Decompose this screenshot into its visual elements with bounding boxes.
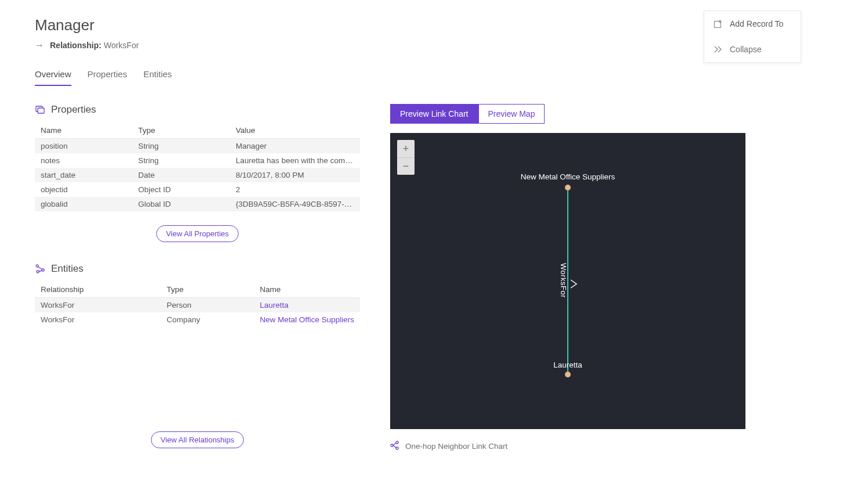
table-row: globalid Global ID {3DB9A59C-B5FA-49CB-8… [35,197,360,211]
zoom-out-button[interactable]: − [397,157,415,175]
svg-rect-1 [38,108,44,113]
view-all-properties-button[interactable]: View All Properties [156,225,239,242]
preview-map-tab[interactable]: Preview Map [478,104,545,124]
svg-point-5 [391,444,393,447]
entities-table: Relationship Type Name WorksFor Person L… [35,282,360,327]
chart-footer-text: One-hop Neighbor Link Chart [405,442,507,451]
entity-link-company[interactable]: New Metal Office Suppliers [254,312,360,327]
page-title: Manager [35,16,808,34]
col-value: Value [230,123,360,139]
col-rel: Relationship [35,282,161,298]
preview-link-chart-tab[interactable]: Preview Link Chart [390,104,478,124]
breadcrumb-label: Relationship: [50,41,102,50]
svg-point-6 [396,441,398,444]
edge-label: WorksFor [559,263,568,298]
nav-tabs: Overview Properties Entities [35,66,808,87]
table-row: notes String Lauretta has been with the … [35,153,360,168]
link-chart-canvas[interactable]: + − New Metal Office Suppliers WorksFor … [390,133,745,429]
col-name: Name [35,123,132,139]
view-all-relationships-button[interactable]: View All Relationships [151,431,244,448]
zoom-controls: + − [397,140,415,175]
col-name: Name [254,282,360,298]
table-row: WorksFor Company New Metal Office Suppli… [35,312,360,327]
col-type: Type [161,282,254,298]
action-menu: Add Record To Collapse [704,10,801,63]
relationship-arrow-icon: → [35,40,44,51]
breadcrumb-value: WorksFor [104,41,139,50]
tab-entities[interactable]: Entities [143,66,172,86]
svg-point-4 [37,271,39,273]
link-chart-icon [390,441,399,452]
table-row: position String Manager [35,139,360,154]
tab-overview[interactable]: Overview [35,66,71,86]
edge-arrow-icon [570,279,578,291]
properties-icon [35,105,45,115]
node-label-bottom: Lauretta [553,361,582,369]
table-row: start_date Date 8/10/2017, 8:00 PM [35,168,360,182]
menu-add-label: Add Record To [730,19,783,28]
entity-link-lauretta[interactable]: Lauretta [254,298,360,313]
menu-add-record-to[interactable]: Add Record To [704,11,801,37]
table-row: WorksFor Person Lauretta [35,298,360,313]
breadcrumb: → Relationship: WorksFor [35,40,808,51]
collapse-icon [714,45,723,54]
svg-point-2 [36,265,38,267]
preview-tabs: Preview Link Chart Preview Map [390,104,545,124]
svg-point-7 [396,447,398,449]
menu-collapse-label: Collapse [730,45,761,54]
zoom-in-button[interactable]: + [397,140,415,157]
entities-heading: Entities [51,263,84,275]
node-label-top: New Metal Office Suppliers [521,172,615,181]
tab-properties[interactable]: Properties [88,66,127,86]
entities-icon [35,264,45,274]
add-record-icon [714,19,723,28]
properties-heading: Properties [51,104,96,116]
chart-footer: One-hop Neighbor Link Chart [390,441,808,452]
node-dot-top[interactable] [565,185,571,190]
menu-collapse[interactable]: Collapse [704,37,801,62]
col-type: Type [132,123,230,139]
node-dot-bottom[interactable] [565,372,571,377]
table-row: objectid Object ID 2 [35,182,360,197]
properties-table: Name Type Value position String Manager … [35,123,360,211]
